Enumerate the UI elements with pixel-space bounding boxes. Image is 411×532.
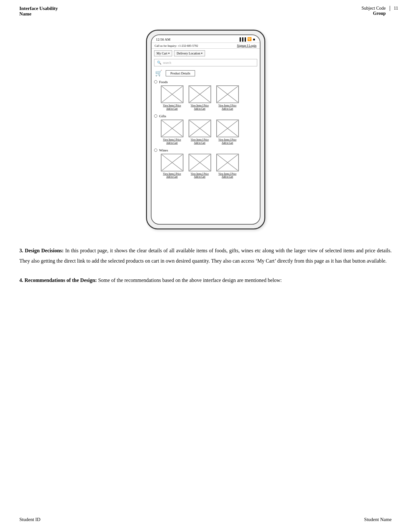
nav-row: My Cart ▾ Delivery Location ▾ xyxy=(152,49,260,58)
inquiry-text: Call us for Inquiry: +1-232-685-5792 xyxy=(155,44,198,47)
categories-container: Foods View Items I PriceAdd to Cart View… xyxy=(152,79,260,181)
product-image-2-0 xyxy=(161,154,183,171)
section3-text: In this product page, it shows the clear… xyxy=(19,248,392,264)
student-id-label: Student ID xyxy=(19,517,40,522)
product-image-1-1 xyxy=(189,120,211,137)
category-section-gifts: Gifts View Items I PriceAdd to Cart View… xyxy=(152,113,260,147)
category-label-wines: Wines xyxy=(159,148,168,152)
product-item-2-2: View Items I PriceAdd to Cart xyxy=(215,154,240,179)
product-details-button[interactable]: Product Details xyxy=(166,70,195,76)
product-image-1-0 xyxy=(161,120,183,137)
products-row-gifts: View Items I PriceAdd to Cart View Items… xyxy=(159,120,257,144)
product-image-0-2 xyxy=(216,85,239,103)
header-right: Subject Code Group 11 xyxy=(361,6,398,16)
add-to-cart-link-2-0[interactable]: Add to Cart xyxy=(166,175,178,178)
view-items-link-1-2[interactable]: View Items I Price xyxy=(219,138,237,141)
section4-title: 4. Recommendations of the Design: xyxy=(19,277,97,283)
view-items-link-2-0[interactable]: View Items I Price xyxy=(163,172,181,176)
product-image-0-0 xyxy=(161,85,183,103)
product-item-0-2: View Items I PriceAdd to Cart xyxy=(215,85,240,110)
signal-icon: ▐▐▐ xyxy=(238,37,246,41)
category-radio-foods[interactable] xyxy=(154,80,157,83)
category-radio-wines[interactable] xyxy=(154,149,157,152)
add-to-cart-link-0-2[interactable]: Add to Cart xyxy=(222,107,233,110)
view-items-link-0-2[interactable]: View Items I Price xyxy=(219,104,237,107)
cart-dropdown-icon: ▾ xyxy=(168,52,170,55)
product-item-2-0: View Items I PriceAdd to Cart xyxy=(159,154,185,179)
view-items-link-1-1[interactable]: View Items I Price xyxy=(191,138,209,141)
view-items-link-0-0[interactable]: View Items I Price xyxy=(163,104,181,107)
battery-icon: ■ xyxy=(253,37,255,41)
page-header: Interface Usability Name Subject Code Gr… xyxy=(0,0,411,20)
product-item-1-2: View Items I PriceAdd to Cart xyxy=(215,120,240,144)
student-name-label: Student Name xyxy=(364,517,392,522)
search-icon: 🔍 xyxy=(157,61,161,65)
category-section-wines: Wines View Items I PriceAdd to Cart View… xyxy=(152,147,260,181)
phone-mockup-container: 12:56 AM ▐▐▐ 🛜 ■ Call us for Inquiry: +1… xyxy=(0,30,411,229)
product-image-0-1 xyxy=(189,85,211,103)
product-item-1-0: View Items I PriceAdd to Cart xyxy=(159,120,185,144)
add-to-cart-link-0-0[interactable]: Add to Cart xyxy=(166,107,178,110)
product-image-2-2 xyxy=(216,154,239,171)
signup-login-button[interactable]: Signup I Login xyxy=(237,44,257,47)
add-to-cart-link-0-1[interactable]: Add to Cart xyxy=(194,107,205,110)
phone-outer: 12:56 AM ▐▐▐ 🛜 ■ Call us for Inquiry: +1… xyxy=(146,30,265,229)
category-header-wines: Wines xyxy=(154,148,257,152)
product-item-1-1: View Items I PriceAdd to Cart xyxy=(187,120,213,144)
header-left: Interface Usability Name xyxy=(19,6,58,17)
subject-code-group: Subject Code Group xyxy=(361,6,389,16)
my-cart-button[interactable]: My Cart ▾ xyxy=(154,50,172,56)
category-radio-gifts[interactable] xyxy=(154,114,157,118)
section4-paragraph: 4. Recommendations of the Design: Some o… xyxy=(19,275,392,285)
category-section-foods: Foods View Items I PriceAdd to Cart View… xyxy=(152,79,260,113)
product-details-bar: 🛒 Product Details xyxy=(152,68,260,79)
subject-code-label: Subject Code xyxy=(361,6,386,11)
status-icons: ▐▐▐ 🛜 ■ xyxy=(238,37,255,41)
add-to-cart-link-2-2[interactable]: Add to Cart xyxy=(222,175,233,178)
my-cart-label: My Cart xyxy=(157,52,168,55)
main-content: 3. Design Decisions: In this product pag… xyxy=(0,239,411,301)
page-number: 11 xyxy=(390,6,398,11)
view-items-link-0-1[interactable]: View Items I Price xyxy=(191,104,209,107)
app-topbar: Call us for Inquiry: +1-232-685-5792 Sig… xyxy=(152,43,260,49)
delivery-location-button[interactable]: Delivery Location ▾ xyxy=(174,50,205,56)
delivery-label: Delivery Location xyxy=(177,52,200,55)
product-item-0-1: View Items I PriceAdd to Cart xyxy=(187,85,213,110)
products-row-foods: View Items I PriceAdd to Cart View Items… xyxy=(159,85,257,110)
add-to-cart-link-1-0[interactable]: Add to Cart xyxy=(166,141,178,144)
product-image-1-2 xyxy=(216,120,239,137)
add-to-cart-link-1-2[interactable]: Add to Cart xyxy=(222,141,233,144)
product-item-0-0: View Items I PriceAdd to Cart xyxy=(159,85,185,110)
name-label: Name xyxy=(19,11,58,17)
product-item-2-1: View Items I PriceAdd to Cart xyxy=(187,154,213,179)
status-bar: 12:56 AM ▐▐▐ 🛜 ■ xyxy=(152,35,260,43)
page-footer: Student ID Student Name xyxy=(19,517,392,522)
view-items-link-1-0[interactable]: View Items I Price xyxy=(163,138,181,141)
add-to-cart-link-2-1[interactable]: Add to Cart xyxy=(194,175,205,178)
search-bar[interactable]: 🔍 search xyxy=(154,59,257,66)
add-to-cart-link-1-1[interactable]: Add to Cart xyxy=(194,141,205,144)
products-row-wines: View Items I PriceAdd to Cart View Items… xyxy=(159,154,257,179)
section3-title: 3. Design Decisions: xyxy=(19,248,64,253)
product-image-2-1 xyxy=(189,154,211,171)
search-placeholder: search xyxy=(163,61,171,64)
group-label: Group xyxy=(361,11,386,16)
section4-text: Some of the recommendations based on the… xyxy=(97,277,282,283)
category-header-gifts: Gifts xyxy=(154,114,257,118)
view-items-link-2-2[interactable]: View Items I Price xyxy=(219,172,237,176)
cart-icon: 🛒 xyxy=(154,70,163,77)
wifi-icon: 🛜 xyxy=(247,37,252,41)
phone-inner: 12:56 AM ▐▐▐ 🛜 ■ Call us for Inquiry: +1… xyxy=(151,34,260,225)
delivery-dropdown-icon: ▾ xyxy=(201,52,202,55)
category-header-foods: Foods xyxy=(154,80,257,84)
category-label-foods: Foods xyxy=(159,80,168,84)
course-title: Interface Usability xyxy=(19,6,58,11)
status-time: 12:56 AM xyxy=(156,37,171,41)
view-items-link-2-1[interactable]: View Items I Price xyxy=(191,172,209,176)
section3-paragraph: 3. Design Decisions: In this product pag… xyxy=(19,246,392,266)
category-label-gifts: Gifts xyxy=(159,114,166,118)
